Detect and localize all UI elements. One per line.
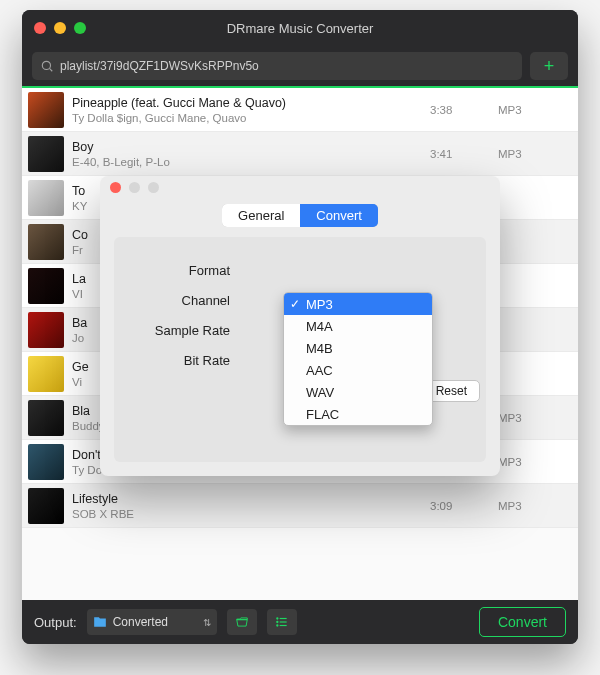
dropdown-option[interactable]: WAV xyxy=(284,381,432,403)
track-format: MP3 xyxy=(498,148,568,160)
convert-button-label: Convert xyxy=(498,614,547,630)
track-artist: Ty Dolla $ign, Gucci Mane, Quavo xyxy=(72,112,422,124)
preferences-sheet: General Convert Format Channel Sample Ra… xyxy=(100,176,500,476)
sample-rate-label: Sample Rate xyxy=(128,323,238,338)
dropdown-option-label: MP3 xyxy=(306,297,333,312)
track-row[interactable]: Pineapple (feat. Gucci Mane & Quavo)Ty D… xyxy=(22,88,578,132)
reset-button-label: Reset xyxy=(436,384,467,398)
dropdown-option[interactable]: FLAC xyxy=(284,403,432,425)
prefs-body: Format Channel Sample Rate Bit Rate Rese… xyxy=(114,237,486,462)
dropdown-option-label: M4B xyxy=(306,341,333,356)
track-title: Pineapple (feat. Gucci Mane & Quavo) xyxy=(72,96,422,110)
titlebar: DRmare Music Converter xyxy=(22,10,578,46)
track-row[interactable]: LifestyleSOB X RBE3:09MP3 xyxy=(22,484,578,528)
svg-point-5 xyxy=(276,618,277,619)
track-title: Boy xyxy=(72,140,422,154)
svg-point-0 xyxy=(42,61,50,69)
format-dropdown[interactable]: ✓MP3M4AM4BAACWAVFLAC xyxy=(283,292,433,426)
track-artwork xyxy=(28,400,64,436)
dropdown-option-label: M4A xyxy=(306,319,333,334)
dropdown-option-label: AAC xyxy=(306,363,333,378)
svg-line-1 xyxy=(50,69,53,72)
track-format: MP3 xyxy=(498,500,568,512)
format-label: Format xyxy=(128,263,238,278)
track-artwork xyxy=(28,488,64,524)
open-folder-button[interactable] xyxy=(227,609,257,635)
track-row[interactable]: BoyE-40, B-Legit, P-Lo3:41MP3 xyxy=(22,132,578,176)
tab-general[interactable]: General xyxy=(222,204,300,227)
add-button[interactable]: + xyxy=(530,52,568,80)
track-meta: Pineapple (feat. Gucci Mane & Quavo)Ty D… xyxy=(72,96,422,124)
prefs-tabs: General Convert xyxy=(222,204,378,227)
track-artist: SOB X RBE xyxy=(72,508,422,520)
bit-rate-label: Bit Rate xyxy=(128,353,238,368)
track-artwork xyxy=(28,224,64,260)
list-icon xyxy=(274,615,290,629)
sheet-minimize-icon xyxy=(129,182,140,193)
list-button[interactable] xyxy=(267,609,297,635)
output-folder-select[interactable]: Converted ⇅ xyxy=(87,609,217,635)
folder-open-icon xyxy=(234,615,250,629)
track-meta: BoyE-40, B-Legit, P-Lo xyxy=(72,140,422,168)
search-input[interactable]: playlist/37i9dQZF1DWSvKsRPPnv5o xyxy=(32,52,522,80)
track-duration: 3:38 xyxy=(430,104,490,116)
track-meta: LifestyleSOB X RBE xyxy=(72,492,422,520)
track-artwork xyxy=(28,356,64,392)
footer-bar: Output: Converted ⇅ Convert xyxy=(22,600,578,644)
dropdown-option[interactable]: M4A xyxy=(284,315,432,337)
svg-point-7 xyxy=(276,625,277,626)
sheet-titlebar xyxy=(100,176,500,198)
track-artwork xyxy=(28,180,64,216)
channel-label: Channel xyxy=(128,293,238,308)
search-icon xyxy=(40,59,54,73)
chevron-updown-icon: ⇅ xyxy=(203,617,211,628)
track-format: MP3 xyxy=(498,104,568,116)
track-format: MP3 xyxy=(498,456,568,468)
track-artwork xyxy=(28,444,64,480)
dropdown-option-label: FLAC xyxy=(306,407,339,422)
track-artwork xyxy=(28,92,64,128)
sheet-zoom-icon xyxy=(148,182,159,193)
plus-icon: + xyxy=(544,56,555,77)
track-duration: 3:09 xyxy=(430,500,490,512)
track-artist: E-40, B-Legit, P-Lo xyxy=(72,156,422,168)
convert-button[interactable]: Convert xyxy=(479,607,566,637)
format-select[interactable] xyxy=(238,259,388,281)
output-label: Output: xyxy=(34,615,77,630)
sheet-close-icon[interactable] xyxy=(110,182,121,193)
output-folder-name: Converted xyxy=(113,615,168,629)
track-artwork xyxy=(28,268,64,304)
dropdown-option[interactable]: M4B xyxy=(284,337,432,359)
track-title: Lifestyle xyxy=(72,492,422,506)
folder-icon xyxy=(93,615,107,629)
window-title: DRmare Music Converter xyxy=(22,21,578,36)
tab-convert[interactable]: Convert xyxy=(300,204,378,227)
track-artwork xyxy=(28,136,64,172)
dropdown-option-label: WAV xyxy=(306,385,334,400)
track-artwork xyxy=(28,312,64,348)
search-value: playlist/37i9dQZF1DWSvKsRPPnv5o xyxy=(60,59,259,73)
svg-point-6 xyxy=(276,621,277,622)
toolbar: playlist/37i9dQZF1DWSvKsRPPnv5o + xyxy=(22,46,578,86)
track-format: MP3 xyxy=(498,412,568,424)
dropdown-option[interactable]: AAC xyxy=(284,359,432,381)
track-duration: 3:41 xyxy=(430,148,490,160)
check-icon: ✓ xyxy=(290,297,300,311)
dropdown-option[interactable]: ✓MP3 xyxy=(284,293,432,315)
